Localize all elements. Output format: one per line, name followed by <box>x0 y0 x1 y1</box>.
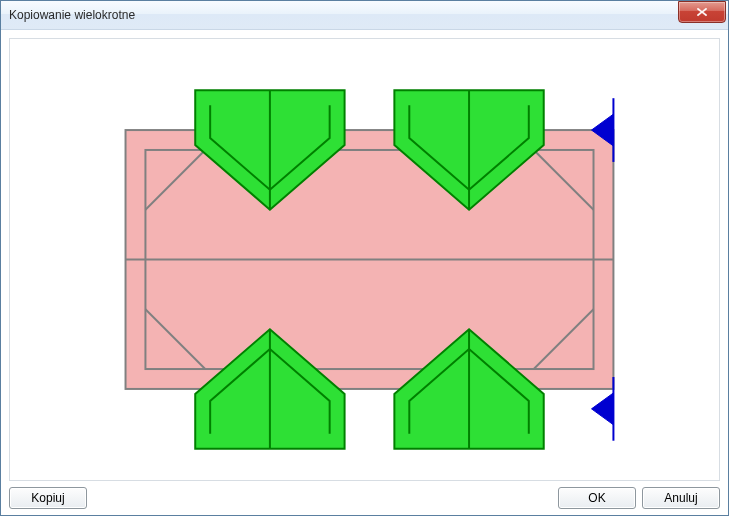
close-icon <box>696 7 708 17</box>
preview-canvas <box>16 45 713 474</box>
ok-button[interactable]: OK <box>558 487 636 509</box>
svg-marker-23 <box>592 393 614 425</box>
title-bar: Kopiowanie wielokrotne <box>1 1 728 30</box>
copy-button[interactable]: Kopiuj <box>9 487 87 509</box>
preview-frame <box>9 38 720 481</box>
cancel-button[interactable]: Anuluj <box>642 487 720 509</box>
window-title: Kopiowanie wielokrotne <box>9 1 678 29</box>
dialog-window: Kopiowanie wielokrotne <box>0 0 729 516</box>
preview-svg <box>16 45 713 474</box>
client-area: Kopiuj OK Anuluj <box>1 30 728 515</box>
button-row: Kopiuj OK Anuluj <box>7 485 722 509</box>
close-button[interactable] <box>678 1 726 23</box>
